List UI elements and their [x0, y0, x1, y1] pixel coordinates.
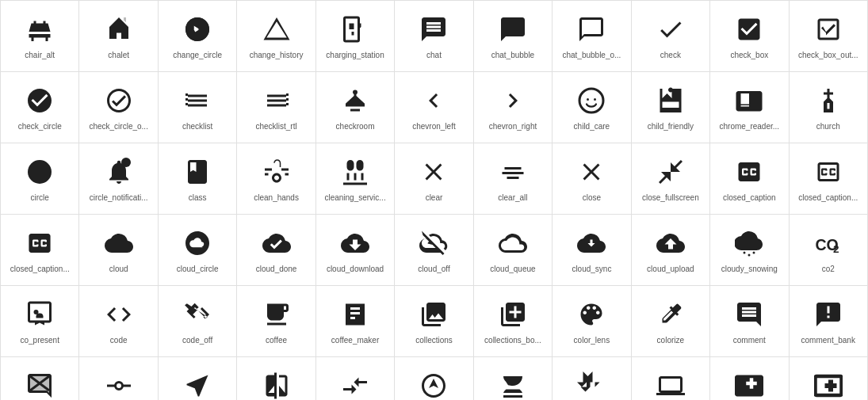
icon-cell-circle[interactable]: circle	[1, 143, 79, 215]
comments_dis-icon	[24, 370, 55, 400]
cloudy_snowing-icon	[733, 227, 765, 259]
icon-cell-checklist[interactable]: checklist	[159, 72, 237, 143]
icon-cell-color_lens[interactable]: color_lens	[553, 286, 631, 357]
icon-cell-close_fullscreen[interactable]: close_fullscreen	[632, 143, 710, 215]
icon-cell-cloudy_snowing[interactable]: cloudy_snowing	[710, 215, 789, 286]
icon-cell-change_history[interactable]: change_history	[237, 1, 315, 72]
icon-cell-code_off[interactable]: code_off	[159, 286, 237, 357]
compost-icon	[497, 370, 529, 400]
icon-cell-compare[interactable]: compare	[237, 357, 315, 400]
icon-cell-charging_station[interactable]: charging_station	[316, 1, 395, 72]
checkroom-icon	[339, 85, 371, 116]
icon-cell-cloud_upload[interactable]: cloud_upload	[632, 215, 710, 286]
svg-rect-2	[185, 98, 188, 101]
icon-cell-child_care[interactable]: child_care	[553, 72, 631, 143]
icon-cell-comment_bank[interactable]: comment_bank	[790, 286, 868, 357]
icon-cell-closed_caption3[interactable]: closed_caption...	[1, 215, 79, 286]
chrome_reader-icon	[733, 85, 765, 116]
icon-cell-class[interactable]: class	[159, 143, 237, 215]
icon-cell-change_circle[interactable]: change_circle	[159, 1, 237, 72]
icon-cell-cloud_sync[interactable]: cloud_sync	[553, 215, 631, 286]
icon-cell-compare_arrows[interactable]: compare_arrows	[316, 357, 395, 400]
icon-cell-cloud_off[interactable]: cloud_off	[395, 215, 473, 286]
icon-cell-chat_bubble_o[interactable]: chat_bubble_o...	[553, 1, 631, 72]
icon-cell-co_present[interactable]: co_present	[1, 286, 79, 357]
icon-cell-chrome_reader[interactable]: chrome_reader...	[710, 72, 789, 143]
svg-point-14	[753, 252, 755, 254]
icon-cell-closed_caption2[interactable]: closed_caption...	[790, 143, 868, 215]
icon-cell-checkroom[interactable]: checkroom	[316, 72, 395, 143]
icon-cell-clear_all[interactable]: clear_all	[474, 143, 553, 215]
icon-cell-cleaning_service[interactable]: cleaning_servic...	[316, 143, 395, 215]
icon-cell-checklist_rtl[interactable]: checklist_rtl	[237, 72, 315, 143]
icon-cell-compass_calibr[interactable]: compass_calibr...	[395, 357, 473, 400]
svg-rect-5	[286, 98, 289, 101]
svg-point-11	[121, 158, 131, 167]
compass_calibr-icon	[418, 370, 449, 400]
closed_caption3-icon	[24, 227, 55, 259]
icon-cell-chair_alt[interactable]: chair_alt	[1, 1, 79, 72]
commit-icon	[103, 370, 135, 400]
icon-cell-check_box_out[interactable]: check_box_out...	[790, 1, 868, 72]
icon-cell-comments_dis[interactable]: comments_dis...	[1, 357, 79, 400]
check_circle-icon	[24, 85, 55, 116]
icon-cell-coffee_maker[interactable]: coffee_maker	[316, 286, 395, 357]
icon-cell-confirmation_n2[interactable]: confirmation_n...	[790, 357, 868, 400]
chat-icon	[418, 13, 449, 45]
icon-cell-chat[interactable]: chat	[395, 1, 473, 72]
icon-cell-chalet[interactable]: chalet	[79, 1, 158, 72]
confirmation_n-icon	[733, 370, 765, 400]
icon-cell-church[interactable]: church	[790, 72, 868, 143]
icon-cell-commute[interactable]: commute	[159, 357, 237, 400]
icon-cell-chevron_right[interactable]: chevron_right	[474, 72, 553, 143]
icon-cell-chat_bubble[interactable]: chat_bubble	[474, 1, 553, 72]
icon-cell-cloud[interactable]: cloud	[79, 215, 158, 286]
icon-cell-cloud_circle[interactable]: cloud_circle	[159, 215, 237, 286]
checklist-icon	[182, 85, 213, 116]
icon-cell-check_circle_o[interactable]: check_circle_o...	[79, 72, 158, 143]
icon-cell-co2[interactable]: CO2co2	[790, 215, 868, 286]
icon-cell-coffee[interactable]: coffee	[237, 286, 315, 357]
icon-label-chat: chat	[426, 50, 442, 60]
icon-cell-compress[interactable]: compress	[553, 357, 631, 400]
icon-cell-cloud_download[interactable]: cloud_download	[316, 215, 395, 286]
icon-cell-closed_caption[interactable]: closed_caption	[710, 143, 789, 215]
icon-cell-circle_notificati[interactable]: circle_notificati...	[79, 143, 158, 215]
icon-label-charging_station: charging_station	[326, 50, 384, 60]
icon-cell-check_box[interactable]: check_box	[710, 1, 789, 72]
icon-cell-clean_hands[interactable]: clean_hands	[237, 143, 315, 215]
chevron_right-icon	[497, 85, 529, 116]
icon-cell-confirmation_n[interactable]: confirmation_n...	[710, 357, 789, 400]
cloud_done-icon	[261, 227, 293, 259]
class-icon	[182, 156, 213, 188]
chevron_left-icon	[418, 85, 449, 116]
icon-cell-clear[interactable]: clear	[395, 143, 473, 215]
svg-point-7	[579, 89, 603, 112]
collections-icon	[418, 299, 449, 330]
svg-rect-3	[185, 103, 188, 105]
icon-label-cloud_done: cloud_done	[256, 264, 297, 274]
icon-label-comment_bank: comment_bank	[801, 335, 855, 345]
code_off-icon	[182, 299, 213, 330]
cloud_circle-icon	[182, 227, 213, 259]
icon-cell-cloud_queue[interactable]: cloud_queue	[474, 215, 553, 286]
svg-point-19	[115, 383, 122, 390]
icon-cell-close[interactable]: close	[553, 143, 631, 215]
icon-cell-child_friendly[interactable]: child_friendly	[632, 72, 710, 143]
icon-cell-collections_bo[interactable]: collections_bo...	[474, 286, 553, 357]
icon-cell-comment[interactable]: comment	[710, 286, 789, 357]
icon-cell-cloud_done[interactable]: cloud_done	[237, 215, 315, 286]
icon-cell-code[interactable]: code	[79, 286, 158, 357]
icon-cell-collections[interactable]: collections	[395, 286, 473, 357]
icon-cell-colorize[interactable]: colorize	[632, 286, 710, 357]
commute-icon	[182, 370, 213, 400]
icon-cell-chevron_left[interactable]: chevron_left	[395, 72, 473, 143]
icon-label-checklist_rtl: checklist_rtl	[255, 121, 296, 131]
icon-cell-check_circle[interactable]: check_circle	[1, 72, 79, 143]
icon-cell-check[interactable]: check	[632, 1, 710, 72]
icon-label-closed_caption: closed_caption	[723, 192, 776, 203]
icon-cell-compost[interactable]: compost	[474, 357, 553, 400]
icon-cell-computer[interactable]: computer	[632, 357, 710, 400]
icon-cell-commit[interactable]: commit	[79, 357, 158, 400]
chair_alt-icon	[24, 13, 55, 45]
